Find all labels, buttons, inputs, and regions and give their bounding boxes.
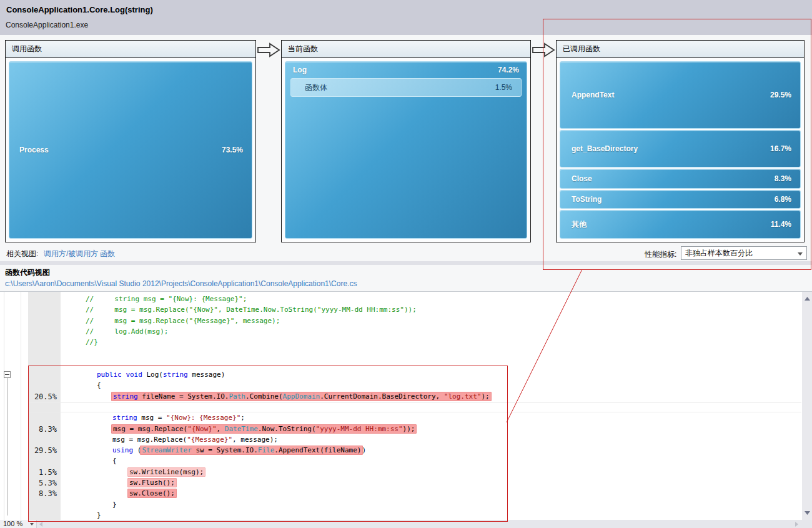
code-line: { [0,381,802,391]
function-body-box[interactable]: 函数体 1.5% [290,78,522,97]
line-percentage: 20.5% [28,392,57,402]
called-function-pct: 6.8% [775,195,791,204]
current-function-header: 当前函数 [282,41,530,58]
called-functions-panel: 已调用函数 AppendText29.5%get_BaseDirectory16… [556,40,805,242]
module-name: ConsoleApplication1.exe [6,21,88,29]
line-percentage: 29.5% [28,446,57,456]
function-title: ConsoleApplication1.Core.Log(string) [6,5,153,14]
metric-dropdown[interactable]: 非独占样本数百分比 [681,246,807,260]
current-function-pct: 74.2% [498,66,519,74]
current-function-panel: 当前函数 Log 74.2% 函数体 1.5% [281,40,531,242]
line-percentage: 8.3% [28,424,57,434]
code-view-title: 函数代码视图 [5,267,50,278]
chevron-down-icon [30,523,34,526]
calling-function-label: Process [19,146,49,154]
calling-functions-header: 调用函数 [6,41,255,58]
current-function-box[interactable]: Log 74.2% 函数体 1.5% [285,61,527,239]
code-line: // log.Add(msg); [0,327,802,337]
code-line [0,348,802,359]
called-function-label: AppendText [572,91,614,99]
code-editor[interactable]: // string msg = "{Now}: {Message}";// ms… [0,292,802,520]
called-function-label: ToString [572,195,602,204]
called-function-pct: 16.7% [770,144,791,153]
code-line: { [0,456,802,467]
called-boxes: AppendText29.5%get_BaseDirectory16.7%Clo… [557,58,804,242]
calling-function-pct: 73.5% [222,146,243,154]
code-line: string msg = "{Now}: {Message}"; [0,413,802,424]
called-functions-header: 已调用函数 [557,41,804,58]
hot-line-highlight: sw.WriteLine(msg); [127,467,205,477]
calling-functions-panel: 调用函数 Process 73.5% [5,40,256,242]
called-function-label: 其他 [572,219,587,230]
called-function-box[interactable]: ToString6.8% [560,190,801,209]
code-line: msg = msg.Replace("{Message}", message); [0,435,802,446]
function-header: ConsoleApplication1.Core.Log(string) Con… [0,0,812,35]
calling-function-box[interactable]: Process 73.5% [9,61,252,239]
related-view-caller-callee-link[interactable]: 调用方/被调用方 [44,249,98,259]
code-line [0,359,802,370]
horizontal-scrollbar[interactable] [0,520,812,528]
hot-line-highlight: sw.Close(); [127,489,177,498]
called-function-pct: 29.5% [770,91,791,99]
called-function-box[interactable]: get_BaseDirectory16.7% [560,130,801,167]
current-function-label: Log [293,66,307,74]
called-function-box[interactable]: AppendText29.5% [560,61,801,129]
function-body-pct: 1.5% [495,83,512,92]
hot-line-highlight: sw.Flush(); [127,478,177,487]
code-line: 29.5%using (StreamWriter sw = System.IO.… [0,446,802,456]
hot-line-highlight: msg = msg.Replace("{Now}", DateTime.Now.… [111,424,417,434]
code-line: //} [0,337,802,348]
called-function-box[interactable]: Close8.3% [560,169,801,189]
code-line: } [0,500,802,511]
flow-arrow-icon [532,42,555,57]
metric-dropdown-value: 非独占样本数百分比 [685,249,753,257]
called-function-pct: 8.3% [775,174,791,183]
function-body-label: 函数体 [305,82,327,93]
flow-arrow-icon [257,42,280,57]
line-percentage: 8.3% [28,489,57,499]
code-line: // string msg = "{Now}: {Message}"; [0,294,802,305]
related-views-label: 相关视图: [6,249,38,259]
code-line: 1.5%sw.WriteLine(msg); [0,467,802,478]
scroll-up-icon[interactable] [805,297,810,301]
zoom-level: 100 % [3,520,22,528]
called-function-label: get_BaseDirectory [572,144,638,153]
called-function-box[interactable]: 其他11.4% [560,210,801,239]
scroll-right-icon[interactable] [795,522,798,527]
hot-line-highlight: string fileName = System.IO.Path.Combine… [111,392,492,401]
code-separator-row [28,402,801,412]
scroll-left-icon[interactable] [39,522,42,527]
vertical-scrollbar[interactable] [802,292,812,520]
code-line: // msg = msg.Replace("{Message}", messag… [0,316,802,327]
code-line: 8.3%sw.Close(); [0,489,802,499]
zoom-control[interactable]: 100 % [0,520,37,528]
hot-line-highlight: StreamWriter sw = System.IO.File.AppendT… [140,446,363,455]
code-line: // msg = msg.Replace("{Now}", DateTime.N… [0,305,802,316]
code-line: 5.3%sw.Flush(); [0,478,802,489]
line-percentage: 5.3% [28,478,57,488]
related-view-functions-link[interactable]: 函数 [100,249,115,259]
code-lines: // string msg = "{Now}: {Message}";// ms… [0,292,802,520]
code-file-path-link[interactable]: c:\Users\Aaron\Documents\Visual Studio 2… [5,279,357,288]
called-function-label: Close [572,174,592,183]
current-function-body: Log 74.2% 函数体 1.5% [282,58,530,242]
called-function-pct: 11.4% [771,220,791,229]
calling-functions-body: Process 73.5% [6,58,255,242]
section-splitter[interactable] [0,261,812,265]
code-line: 20.5%string fileName = System.IO.Path.Co… [0,392,802,402]
chevron-down-icon [798,252,803,256]
code-line: 8.3%msg = msg.Replace("{Now}", DateTime.… [0,424,802,435]
scroll-down-icon[interactable] [805,511,810,515]
code-line: public void Log(string message) [0,370,802,381]
line-percentage: 1.5% [28,467,57,477]
metric-label: 性能指标: [645,249,676,260]
